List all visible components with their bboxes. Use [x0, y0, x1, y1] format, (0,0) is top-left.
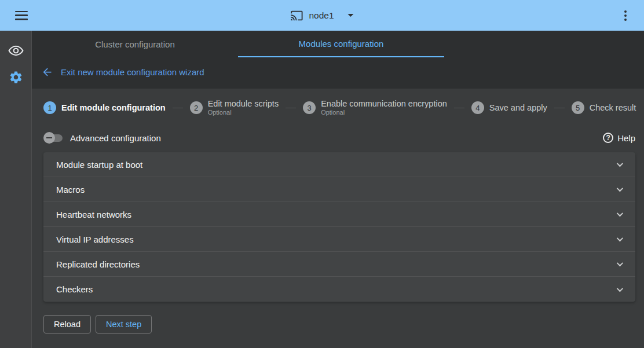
step-label: Edit module configuration — [61, 103, 166, 113]
stepper-step-save-apply[interactable]: 4 Save and apply — [471, 101, 547, 114]
step-number: 5 — [572, 101, 584, 114]
panel-replicated-directories[interactable]: Replicated directories — [43, 252, 635, 277]
node-name-label: node1 — [309, 10, 334, 21]
advanced-configuration-label: Advanced configuration — [70, 133, 161, 143]
wizard-body: 1 Edit module configuration 2 Edit modul… — [32, 89, 644, 348]
chevron-down-icon — [617, 185, 623, 192]
panel-module-startup-at-boot[interactable]: Module startup at boot — [43, 152, 635, 177]
step-number: 2 — [190, 101, 203, 114]
sidebar-item-configuration[interactable] — [4, 65, 27, 89]
panel-heartbeat-networks[interactable]: Heartbeat networks — [43, 202, 635, 227]
chevron-down-icon — [617, 210, 623, 217]
next-step-button[interactable]: Next step — [96, 315, 152, 334]
exit-wizard-label: Exit new module configuration wizard — [61, 67, 204, 77]
reload-button[interactable]: Reload — [43, 315, 91, 334]
exit-wizard-link[interactable]: Exit new module configuration wizard — [32, 57, 644, 89]
node-selector[interactable]: node1 — [290, 0, 353, 31]
help-button[interactable]: ? Help — [603, 133, 635, 143]
page-header: Cluster configuration Modules configurat… — [32, 31, 644, 89]
step-sublabel: Optional — [208, 109, 279, 116]
hamburger-menu-icon[interactable] — [15, 11, 28, 20]
step-number: 1 — [43, 101, 56, 114]
step-label: Edit module scripts — [208, 99, 279, 109]
chevron-down-icon — [617, 160, 623, 167]
chevron-down-icon — [617, 235, 623, 241]
arrow-back-icon — [41, 66, 53, 78]
cast-icon — [290, 9, 303, 22]
panel-macros[interactable]: Macros — [43, 177, 635, 202]
chevron-down-icon — [617, 260, 623, 266]
panel-label: Checkers — [56, 284, 93, 294]
tab-modules-configuration[interactable]: Modules configuration — [238, 31, 444, 57]
panel-checkers[interactable]: Checkers — [43, 277, 635, 302]
step-number: 4 — [471, 101, 484, 114]
chevron-down-icon — [348, 14, 354, 17]
overflow-menu-icon[interactable] — [621, 7, 630, 24]
options-row: Advanced configuration ? Help — [43, 127, 635, 149]
panel-label: Module startup at boot — [56, 160, 142, 170]
chevron-down-icon — [617, 285, 623, 291]
eye-icon — [8, 43, 24, 58]
help-icon: ? — [603, 133, 613, 143]
toggle-switch-icon — [43, 132, 63, 144]
step-label: Save and apply — [489, 103, 547, 113]
tab-bar: Cluster configuration Modules configurat… — [32, 31, 644, 57]
step-label: Enable communication encryption — [321, 99, 447, 109]
panel-label: Macros — [56, 185, 85, 195]
panel-label: Replicated directories — [56, 259, 140, 269]
top-app-bar: node1 — [0, 0, 644, 31]
step-connector — [286, 108, 296, 108]
panel-label: Virtual IP addresses — [56, 235, 134, 244]
action-buttons: Reload Next step — [43, 315, 635, 334]
left-sidebar — [0, 31, 32, 348]
step-label: Check result — [590, 103, 636, 113]
tab-cluster-configuration[interactable]: Cluster configuration — [32, 31, 238, 57]
stepper-step-edit-configuration[interactable]: 1 Edit module configuration — [43, 101, 166, 114]
step-number: 3 — [303, 101, 316, 114]
sidebar-item-monitoring[interactable] — [4, 39, 27, 62]
stepper-step-edit-scripts[interactable]: 2 Edit module scripts Optional — [190, 99, 279, 116]
stepper-step-check-result[interactable]: 5 Check result — [572, 101, 636, 114]
panel-label: Heartbeat networks — [56, 210, 131, 219]
stepper-step-enable-encryption[interactable]: 3 Enable communication encryption Option… — [303, 99, 447, 116]
step-connector — [454, 108, 464, 108]
wizard-stepper: 1 Edit module configuration 2 Edit modul… — [43, 89, 635, 127]
advanced-configuration-toggle[interactable]: Advanced configuration — [43, 132, 161, 144]
panel-virtual-ip-addresses[interactable]: Virtual IP addresses — [43, 227, 635, 252]
help-label: Help — [617, 133, 635, 143]
gear-icon — [9, 70, 23, 85]
step-connector — [554, 108, 565, 108]
step-connector — [173, 108, 183, 108]
step-sublabel: Optional — [321, 109, 447, 116]
configuration-panels: Module startup at boot Macros Heartbeat … — [43, 152, 635, 302]
